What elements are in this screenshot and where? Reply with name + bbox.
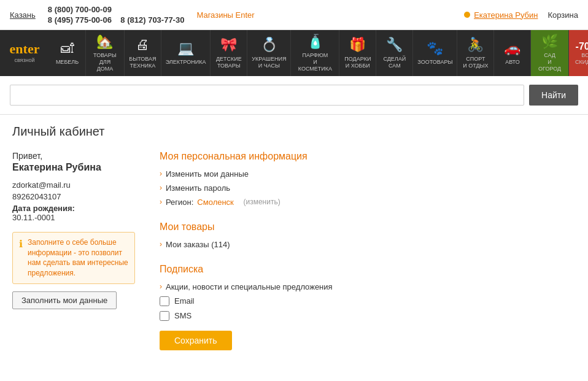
arrow-icon2: › bbox=[160, 183, 162, 192]
orders-link[interactable]: › Мои заказы (114) bbox=[160, 240, 576, 249]
jewelry-icon: 💍 bbox=[261, 37, 277, 53]
top-bar-right: Екатерина Рубин Корзина bbox=[464, 10, 578, 20]
nav-item-sale[interactable]: -70% ВСЕСКИДКИ! bbox=[569, 30, 588, 76]
region-row: › Регион: Смоленск (изменить) bbox=[160, 198, 576, 207]
nav-item-appliances[interactable]: 🖨 БЫТОВАЯТЕХНИКА bbox=[125, 30, 161, 76]
perfume-label: ПАРФЮМИ КОСМЕТИКА bbox=[296, 52, 334, 72]
nav-item-electronics[interactable]: 💻 ЭЛЕКТРОНИКА bbox=[161, 30, 211, 76]
sale-percent: -70% bbox=[576, 40, 588, 52]
arrow-icon5: › bbox=[160, 282, 162, 291]
sms-subscription-row: SMS bbox=[160, 311, 576, 321]
nav-item-auto[interactable]: 🚗 АВТО bbox=[494, 30, 531, 76]
furniture-label: МЕБЕЛЬ bbox=[56, 59, 79, 66]
arrow-icon3: › bbox=[160, 198, 162, 206]
logo-container: enter связной bbox=[10, 42, 40, 63]
content-layout: Привет, Екатерина Рубина zdorkat@mail.ru… bbox=[12, 151, 576, 365]
promo-text: Акции, новости и специальные предложения bbox=[166, 282, 333, 291]
email-label: Email bbox=[174, 296, 195, 306]
logo[interactable]: enter связной bbox=[0, 30, 49, 76]
promo-text-row: › Акции, новости и специальные предложен… bbox=[160, 282, 576, 291]
logo-text: enter bbox=[10, 42, 40, 56]
orders-label: Мои заказы (114) bbox=[166, 240, 230, 249]
diy-label: СДЕЛАЙСАМ bbox=[383, 56, 406, 69]
nav-item-jewelry[interactable]: 💍 УКРАШЕНИЯИ ЧАСЫ bbox=[247, 30, 291, 76]
top-bar-left: Казань 8 (800) 700-00-09 8 (495) 775-00-… bbox=[10, 5, 452, 25]
gifts-label: ПОДАРКИИ ХОББИ bbox=[344, 56, 371, 69]
gifts-icon: 🎁 bbox=[349, 37, 366, 53]
nav-bar: enter связной 🛋 МЕБЕЛЬ 🏡 ТОВАРЫДЛЯ ДОМА … bbox=[0, 30, 588, 76]
user-birthday: Дата рождения: 30.11.-0001 bbox=[12, 204, 135, 222]
phone2-3: 8 (495) 775-00-06 8 (812) 703-77-30 bbox=[48, 15, 185, 25]
region-name[interactable]: Смоленск bbox=[197, 198, 233, 207]
save-button[interactable]: Сохранить bbox=[160, 331, 232, 350]
user-name[interactable]: Екатерина Рубин bbox=[474, 10, 538, 20]
kids-label: ДЕТСКИЕТОВАРЫ bbox=[216, 56, 242, 69]
subscription-section-title: Подписка bbox=[160, 264, 576, 275]
home-label: ТОВАРЫДЛЯ ДОМА bbox=[91, 52, 119, 72]
cart-link[interactable]: Корзина bbox=[547, 10, 578, 20]
sport-label: СПОРТИ ОТДЫХ bbox=[463, 56, 488, 69]
arrow-icon: › bbox=[160, 169, 162, 178]
appliances-icon: 🖨 bbox=[136, 37, 149, 53]
nav-items: 🛋 МЕБЕЛЬ 🏡 ТОВАРЫДЛЯ ДОМА 🖨 БЫТОВАЯТЕХНИ… bbox=[49, 30, 588, 76]
email-checkbox[interactable] bbox=[160, 296, 169, 306]
user-area: Екатерина Рубин bbox=[464, 10, 538, 20]
phone2: 8 (495) 775-00-06 bbox=[48, 15, 112, 25]
auto-label: АВТО bbox=[505, 59, 520, 66]
goods-section: Мои товары › Мои заказы (114) bbox=[160, 221, 576, 249]
goods-section-title: Мои товары bbox=[160, 221, 576, 233]
birthday-label: Дата рождения: bbox=[12, 204, 75, 213]
phones: 8 (800) 700-00-09 8 (495) 775-00-06 8 (8… bbox=[48, 5, 185, 25]
user-fullname: Екатерина Рубина bbox=[12, 162, 135, 173]
logo-sub: связной bbox=[10, 57, 40, 63]
kids-icon: 🎀 bbox=[220, 37, 237, 53]
nav-item-garden[interactable]: 🌿 САДИ ОГОРОД bbox=[531, 30, 568, 76]
electronics-icon: 💻 bbox=[177, 40, 194, 56]
garden-icon: 🌿 bbox=[541, 34, 558, 50]
garden-label: САДИ ОГОРОД bbox=[536, 52, 563, 72]
fill-data-button[interactable]: Заполнить мои данные bbox=[12, 291, 117, 309]
nav-item-zoo[interactable]: 🐾 ЗООТОВАРЫ bbox=[413, 30, 457, 76]
phone1: 8 (800) 700-00-09 bbox=[48, 5, 185, 14]
phone3: 8 (812) 703-77-30 bbox=[120, 15, 184, 25]
left-panel: Привет, Екатерина Рубина zdorkat@mail.ru… bbox=[12, 151, 135, 309]
stores-link[interactable]: Магазины Enter bbox=[196, 10, 254, 20]
diy-icon: 🔧 bbox=[386, 37, 403, 53]
region-prefix: Регион: bbox=[166, 198, 193, 207]
greeting: Привет, bbox=[12, 151, 135, 161]
birthday-value: 30.11.-0001 bbox=[12, 213, 55, 222]
jewelry-label: УКРАШЕНИЯИ ЧАСЫ bbox=[252, 56, 286, 69]
nav-item-perfume[interactable]: 🧴 ПАРФЮМИ КОСМЕТИКА bbox=[291, 30, 339, 76]
search-bar: Найти bbox=[0, 76, 588, 115]
subscription-section: Подписка › Акции, новости и специальные … bbox=[160, 264, 576, 350]
nav-item-sport[interactable]: 🚴 СПОРТИ ОТДЫХ bbox=[457, 30, 494, 76]
change-data-link[interactable]: › Изменить мои данные bbox=[160, 169, 576, 179]
sport-icon: 🚴 bbox=[467, 37, 484, 53]
region-change[interactable]: (изменить) bbox=[243, 198, 280, 206]
page-title: Личный кабинет bbox=[12, 125, 576, 139]
change-password-link[interactable]: › Изменить пароль bbox=[160, 183, 576, 193]
city-link[interactable]: Казань bbox=[10, 10, 36, 20]
home-icon: 🏡 bbox=[96, 34, 113, 50]
sale-label: ВСЕСКИДКИ! bbox=[575, 52, 588, 66]
change-password-label: Изменить пароль bbox=[166, 183, 230, 193]
zoo-icon: 🐾 bbox=[427, 40, 443, 56]
nav-item-home[interactable]: 🏡 ТОВАРЫДЛЯ ДОМА bbox=[86, 30, 125, 76]
nav-item-gifts[interactable]: 🎁 ПОДАРКИИ ХОББИ bbox=[339, 30, 376, 76]
info-text: Заполните о себе больше информации - это… bbox=[28, 237, 128, 279]
top-bar: Казань 8 (800) 700-00-09 8 (495) 775-00-… bbox=[0, 0, 588, 30]
appliances-label: БЫТОВАЯТЕХНИКА bbox=[129, 56, 156, 69]
search-button[interactable]: Найти bbox=[529, 85, 578, 106]
nav-item-diy[interactable]: 🔧 СДЕЛАЙСАМ bbox=[376, 30, 413, 76]
perfume-icon: 🧴 bbox=[307, 34, 323, 50]
search-input[interactable] bbox=[10, 85, 524, 106]
nav-item-furniture[interactable]: 🛋 МЕБЕЛЬ bbox=[49, 30, 86, 76]
personal-section-title: Моя персональная информация bbox=[160, 151, 576, 162]
sms-checkbox[interactable] bbox=[160, 311, 169, 321]
zoo-label: ЗООТОВАРЫ bbox=[417, 59, 452, 66]
nav-item-kids[interactable]: 🎀 ДЕТСКИЕТОВАРЫ bbox=[211, 30, 247, 76]
furniture-icon: 🛋 bbox=[61, 40, 74, 56]
sms-label: SMS bbox=[174, 311, 191, 320]
right-panel: Моя персональная информация › Изменить м… bbox=[160, 151, 576, 365]
info-box: ℹ Заполните о себе больше информации - э… bbox=[12, 232, 135, 284]
